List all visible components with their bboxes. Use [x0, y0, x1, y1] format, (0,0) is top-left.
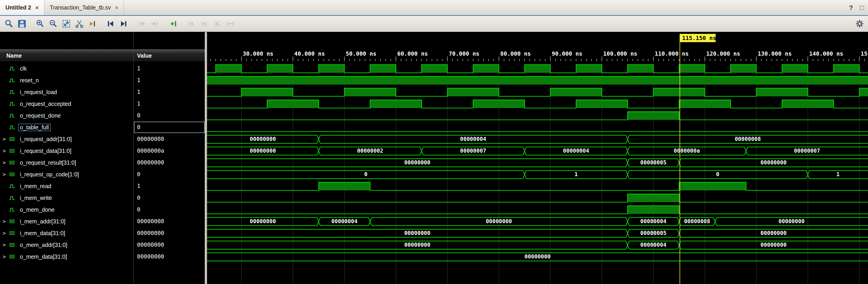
close-icon[interactable]: ×: [35, 5, 39, 11]
signal-row-o_request_accepted[interactable]: o_request_accepted: [0, 98, 133, 110]
signal-value-label: 0: [134, 171, 141, 178]
signal-value-i_request_op_code10[interactable]: 0: [134, 168, 205, 180]
zoom-out-button[interactable]: [48, 18, 59, 29]
bus-value-label: 00000004: [640, 218, 666, 224]
add-marker-button[interactable]: [167, 18, 179, 29]
signal-row-o_request_done[interactable]: o_request_done: [0, 110, 133, 121]
signal-row-clk[interactable]: clk: [0, 63, 133, 74]
signal-value-o_request_result310[interactable]: 00000000: [134, 157, 205, 168]
signal-value-i_request_data310[interactable]: 0000000a: [134, 145, 205, 157]
values-header[interactable]: Value: [134, 49, 205, 62]
delete-marker-button[interactable]: [212, 18, 223, 29]
bus-value-label: 00000008: [684, 218, 710, 224]
expand-icon[interactable]: >: [3, 254, 8, 260]
signal-value-i_request_addr310[interactable]: 00000008: [134, 133, 205, 145]
signal-row-i_request_addr310[interactable]: >i_request_addr[31:0]: [0, 133, 133, 145]
wave-row-clk[interactable]: [207, 65, 868, 73]
wave-row-o_mem_addr310[interactable]: 000000000000000400000000: [207, 241, 868, 249]
go-to-last-time-button[interactable]: [118, 18, 129, 29]
signal-row-i_mem_data310[interactable]: >i_mem_data[31:0]: [0, 227, 133, 239]
wave-row-i_mem_read[interactable]: [207, 182, 868, 190]
signal-value-i_mem_read[interactable]: 1: [134, 180, 205, 192]
zoom-in-button[interactable]: [34, 18, 46, 29]
zoom-fit-icon: [62, 19, 71, 28]
signal-value-o_mem_addr310[interactable]: 00000000: [134, 239, 205, 251]
signal-name-label: i_mem_data[31:0]: [18, 229, 67, 237]
wave-row-i_request_data310[interactable]: 000000000000000200000007000000040000000a…: [207, 147, 868, 155]
wave-area[interactable]: 30.000 ns40.000 ns50.000 ns60.000 ns70.0…: [207, 32, 868, 284]
expand-icon[interactable]: >: [3, 242, 8, 248]
float-window-icon[interactable]: □: [860, 4, 864, 11]
signal-value-i_mem_addr310[interactable]: 00000008: [134, 216, 205, 227]
signal-value-o_mem_done[interactable]: 0: [134, 204, 205, 216]
signal-row-i_mem_addr310[interactable]: >i_mem_addr[31:0]: [0, 216, 133, 227]
go-to-time-0-button[interactable]: [105, 18, 116, 29]
signal-row-o_table_full[interactable]: o_table_full: [0, 121, 133, 133]
wave-row-i_request_load[interactable]: [207, 88, 868, 96]
panel-splitter[interactable]: [205, 32, 207, 284]
signal-row-o_request_result310[interactable]: >o_request_result[31:0]: [0, 157, 133, 168]
signal-value-clk[interactable]: 1: [134, 63, 205, 74]
next-marker-button[interactable]: [198, 18, 210, 29]
wave-row-o_mem_data310[interactable]: 00000000: [207, 253, 868, 261]
signal-row-i_request_data310[interactable]: >i_request_data[31:0]: [0, 145, 133, 157]
bus-value-label: 00000000: [404, 230, 430, 236]
wave-row-i_mem_write[interactable]: [207, 194, 868, 202]
next-transition-button[interactable]: [149, 18, 160, 29]
signal-value-i_request_load[interactable]: 1: [134, 86, 205, 98]
expand-icon[interactable]: >: [3, 148, 8, 154]
signal-value-o_table_full[interactable]: 0: [134, 121, 205, 133]
bus-value-label: 00000004: [563, 148, 589, 154]
signal-value-reset_n[interactable]: 1: [134, 74, 205, 86]
signal-value-o_request_accepted[interactable]: 1: [134, 98, 205, 110]
wave-row-o_request_done[interactable]: [207, 112, 868, 120]
expand-icon[interactable]: >: [3, 218, 8, 224]
scalar-signal-icon: [8, 65, 16, 72]
tab-transaction-table-tb-sv[interactable]: Transaction_Table_tb.sv ×: [44, 0, 124, 15]
wave-row-o_request_accepted[interactable]: [207, 100, 868, 108]
signal-value-o_mem_data310[interactable]: 00000000: [134, 251, 205, 262]
bus-value-label: 1: [575, 171, 578, 178]
wave-row-i_request_op_code10[interactable]: 0101: [207, 170, 868, 179]
signal-value-i_mem_write[interactable]: 0: [134, 192, 205, 204]
close-icon[interactable]: ×: [115, 5, 118, 11]
signal-row-i_mem_write[interactable]: i_mem_write: [0, 192, 133, 204]
zoom-to-cursor-button[interactable]: [74, 18, 85, 29]
names-header[interactable]: Name: [0, 49, 133, 62]
expand-icon[interactable]: >: [3, 160, 8, 165]
previous-transition-button[interactable]: [136, 18, 147, 29]
wave-row-i_mem_addr310[interactable]: 0000000000000004000000000000000400000008…: [207, 218, 868, 226]
find-button[interactable]: [3, 18, 14, 29]
wave-svg[interactable]: 30.000 ns40.000 ns50.000 ns60.000 ns70.0…: [207, 32, 868, 284]
signal-row-o_mem_done[interactable]: o_mem_done: [0, 204, 133, 216]
signal-value-label: 0000000a: [134, 148, 164, 154]
go-to-last-time-icon: [119, 19, 128, 28]
expand-icon[interactable]: >: [3, 171, 8, 177]
wave-row-i_request_addr310[interactable]: 000000000000000400000008: [207, 135, 868, 144]
tab-untitled-2[interactable]: Untitled 2 ×: [0, 0, 44, 15]
signal-row-o_mem_addr310[interactable]: >o_mem_addr[31:0]: [0, 239, 133, 251]
bus-signal-icon: [8, 253, 16, 260]
expand-icon[interactable]: >: [3, 230, 8, 236]
wave-row-o_mem_done[interactable]: [207, 206, 868, 214]
ruler-label: 90.000 ns: [552, 51, 582, 57]
signal-value-i_mem_data310[interactable]: 00000000: [134, 227, 205, 239]
previous-marker-button[interactable]: [185, 18, 197, 29]
snap-to-transition-button[interactable]: [225, 18, 236, 29]
signal-row-i_request_op_code10[interactable]: >i_request_op_code[1:0]: [0, 168, 133, 180]
signal-row-o_mem_data310[interactable]: >o_mem_data[31:0]: [0, 251, 133, 262]
settings-button[interactable]: [854, 18, 865, 29]
zoom-fit-button[interactable]: [61, 18, 72, 29]
save-button[interactable]: [16, 18, 28, 29]
wave-row-i_mem_data310[interactable]: 000000000000000500000000: [207, 229, 868, 238]
signal-row-i_request_load[interactable]: i_request_load: [0, 86, 133, 98]
wave-row-reset_n[interactable]: [207, 76, 868, 85]
time-ruler[interactable]: 30.000 ns40.000 ns50.000 ns60.000 ns70.0…: [211, 51, 868, 61]
signal-row-reset_n[interactable]: reset_n: [0, 74, 133, 86]
signal-row-i_mem_read[interactable]: i_mem_read: [0, 180, 133, 192]
go-to-cursor-button[interactable]: [87, 18, 98, 29]
signal-value-o_request_done[interactable]: 0: [134, 110, 205, 121]
wave-row-o_request_result310[interactable]: 000000000000000500000000: [207, 159, 868, 167]
help-icon[interactable]: ?: [849, 4, 853, 11]
expand-icon[interactable]: >: [3, 136, 8, 142]
